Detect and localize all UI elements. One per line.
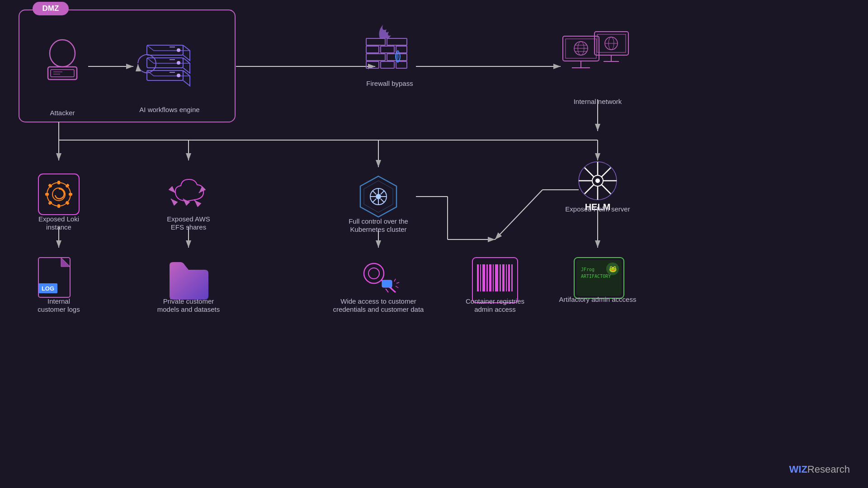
svg-point-109 <box>368 268 379 279</box>
svg-point-49 <box>574 42 588 55</box>
svg-rect-44 <box>366 61 379 68</box>
svg-rect-73 <box>48 201 52 205</box>
svg-text:Attacker: Attacker <box>50 109 75 117</box>
svg-marker-80 <box>360 176 396 217</box>
svg-rect-41 <box>396 46 407 53</box>
svg-line-78 <box>171 188 175 193</box>
svg-line-111 <box>389 285 392 289</box>
svg-rect-36 <box>366 38 407 66</box>
svg-text:ARTIFACTORY: ARTIFACTORY <box>581 274 611 279</box>
svg-rect-124 <box>495 264 498 291</box>
svg-rect-128 <box>508 264 510 291</box>
svg-rect-63 <box>38 174 79 215</box>
svg-point-134 <box>606 263 619 275</box>
svg-rect-113 <box>382 280 392 287</box>
svg-line-23 <box>495 190 542 239</box>
svg-rect-27 <box>51 70 74 77</box>
svg-line-89 <box>381 199 384 202</box>
svg-text:Exposed AWS: Exposed AWS <box>167 215 210 223</box>
svg-rect-67 <box>57 181 60 184</box>
svg-line-100 <box>601 184 611 194</box>
svg-line-102 <box>585 184 594 194</box>
svg-point-24 <box>50 40 75 67</box>
svg-rect-48 <box>566 39 596 58</box>
svg-text:LOG: LOG <box>42 285 54 292</box>
svg-rect-130 <box>574 258 624 298</box>
svg-point-59 <box>609 37 614 50</box>
svg-text:Exposed Loki: Exposed Loki <box>38 215 79 223</box>
svg-point-92 <box>579 162 617 200</box>
svg-rect-118 <box>477 264 479 291</box>
svg-line-115 <box>396 282 399 283</box>
svg-line-76 <box>183 199 188 203</box>
svg-rect-119 <box>480 264 481 291</box>
svg-point-33 <box>177 61 180 65</box>
svg-text:Artifactory admin acccess: Artifactory admin acccess <box>559 296 637 303</box>
svg-point-83 <box>376 194 381 199</box>
svg-point-64 <box>45 181 72 208</box>
svg-text:admin access: admin access <box>474 305 516 313</box>
svg-text:instance: instance <box>46 223 71 231</box>
svg-rect-117 <box>472 258 518 303</box>
svg-marker-81 <box>364 181 393 212</box>
svg-text:Full control over the: Full control over the <box>349 217 408 225</box>
svg-rect-121 <box>486 264 488 291</box>
svg-rect-74 <box>65 201 70 205</box>
svg-point-65 <box>47 183 71 206</box>
svg-text:JFrog: JFrog <box>581 267 594 272</box>
svg-rect-68 <box>57 204 60 208</box>
svg-rect-2 <box>19 10 235 122</box>
svg-rect-38 <box>387 38 407 45</box>
svg-text:Container registries: Container registries <box>466 297 524 305</box>
svg-text:Firewall bypass: Firewall bypass <box>366 80 413 87</box>
svg-text:Kubernetes cluster: Kubernetes cluster <box>350 225 406 233</box>
svg-rect-34 <box>147 70 183 80</box>
svg-text:DMZ: DMZ <box>42 4 59 13</box>
svg-text:EFS shares: EFS shares <box>171 223 206 231</box>
svg-point-58 <box>605 37 618 50</box>
svg-rect-123 <box>493 264 494 291</box>
svg-line-116 <box>396 286 398 288</box>
svg-rect-32 <box>147 58 183 68</box>
wiz-watermark: WIZResearch <box>789 464 850 475</box>
svg-rect-72 <box>65 183 70 188</box>
svg-line-91 <box>373 199 376 202</box>
svg-rect-129 <box>511 264 513 291</box>
svg-line-112 <box>386 289 388 292</box>
svg-rect-70 <box>69 193 72 196</box>
svg-point-93 <box>592 175 603 186</box>
svg-point-50 <box>578 42 584 55</box>
svg-rect-47 <box>563 36 599 61</box>
svg-rect-127 <box>506 264 507 291</box>
svg-rect-126 <box>502 264 505 291</box>
svg-rect-37 <box>366 38 385 45</box>
svg-rect-56 <box>594 32 628 55</box>
svg-line-77 <box>194 200 199 205</box>
svg-line-90 <box>381 191 384 194</box>
svg-rect-45 <box>381 61 394 68</box>
svg-text:Exposed Helm server: Exposed Helm server <box>565 205 630 213</box>
svg-rect-30 <box>147 45 183 55</box>
svg-rect-42 <box>366 54 385 61</box>
svg-point-108 <box>364 263 384 283</box>
svg-line-79 <box>199 188 203 193</box>
svg-point-82 <box>370 188 387 205</box>
svg-point-35 <box>177 74 180 77</box>
svg-text:Wide access to customer: Wide access to customer <box>340 297 416 305</box>
svg-text:customer logs: customer logs <box>38 305 80 313</box>
svg-text:Private customer: Private customer <box>163 297 214 305</box>
svg-rect-3 <box>33 2 69 15</box>
svg-rect-69 <box>45 193 49 196</box>
svg-rect-57 <box>597 34 626 52</box>
svg-line-99 <box>585 168 594 177</box>
svg-line-101 <box>601 168 611 177</box>
svg-rect-120 <box>482 264 485 291</box>
svg-rect-122 <box>489 264 491 291</box>
svg-line-88 <box>373 191 376 194</box>
svg-line-110 <box>381 280 396 292</box>
svg-rect-26 <box>48 67 77 80</box>
svg-point-25 <box>55 47 70 63</box>
svg-text:Internal network: Internal network <box>574 98 622 105</box>
svg-text:AI workflows engine: AI workflows engine <box>139 106 199 113</box>
svg-rect-131 <box>576 260 622 296</box>
